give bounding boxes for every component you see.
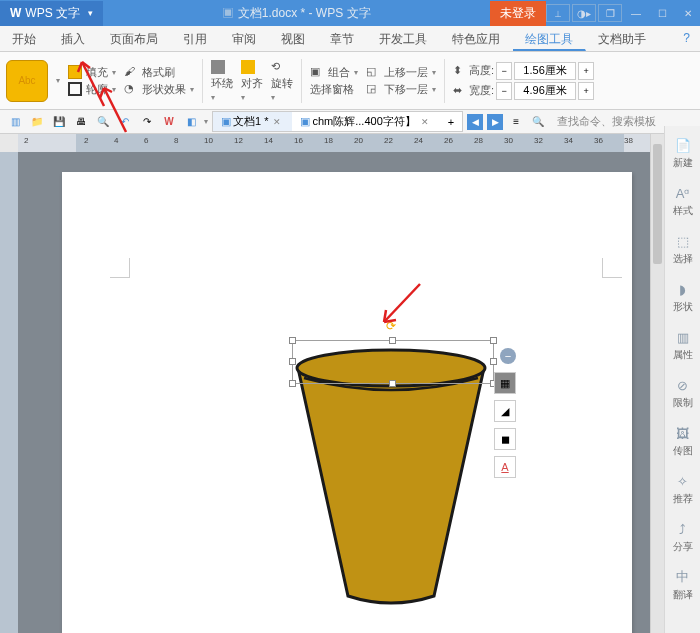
height-input[interactable] — [514, 62, 576, 80]
app-dropdown-icon[interactable]: ▾ — [88, 8, 93, 18]
sidebar-item-translate[interactable]: 中翻译 — [673, 564, 693, 606]
selection-handle[interactable] — [289, 337, 296, 344]
shape-style-more-icon[interactable]: ▾ — [56, 76, 60, 85]
shape-style-preview[interactable]: Abc — [6, 60, 48, 102]
scrollbar-thumb[interactable] — [653, 144, 662, 264]
search-icon[interactable]: 🔍 — [529, 113, 547, 131]
style-icon: Aᵅ — [674, 184, 692, 202]
open-icon[interactable]: 📁 — [28, 113, 46, 131]
collapse-icon[interactable]: − — [500, 348, 516, 364]
vertical-scrollbar[interactable] — [650, 134, 664, 633]
selection-handle[interactable] — [490, 337, 497, 344]
selection-handle[interactable] — [389, 337, 396, 344]
rotate-dropdown[interactable]: ⟲ — [271, 60, 293, 74]
fill-tool-icon[interactable]: ▦ — [494, 372, 516, 394]
tab-drawing-tools[interactable]: 绘图工具 — [513, 26, 586, 51]
new-icon[interactable]: ▥ — [6, 113, 24, 131]
list-icon[interactable]: ≡ — [507, 113, 525, 131]
format-painter-button[interactable]: 格式刷 — [142, 65, 175, 80]
help-icon[interactable]: ? — [673, 26, 700, 51]
nav-next-icon[interactable]: ▶ — [487, 114, 503, 130]
outline-dropdown[interactable]: 轮廓 — [86, 82, 108, 97]
ruler-toggle-icon[interactable]: ⟂ — [546, 4, 570, 22]
save-icon[interactable]: 💾 — [50, 113, 68, 131]
sidebar-item-upload[interactable]: 🖼传图 — [673, 420, 693, 462]
send-backward-dropdown[interactable]: 下移一层 — [384, 82, 428, 97]
document-page[interactable]: ⟳ − ▦ ◢ ◼ A — [62, 172, 632, 633]
sidebar-item-shape[interactable]: ◗形状 — [673, 276, 693, 318]
app-logo[interactable]: W WPS 文字 ▾ — [0, 1, 103, 26]
tab-doc-helper[interactable]: 文档助手 — [586, 26, 659, 51]
close-icon[interactable]: ✕ — [418, 117, 432, 127]
search-placeholder[interactable]: 查找命令、搜索模板 — [557, 114, 656, 129]
tab-chapter[interactable]: 章节 — [318, 26, 367, 51]
width-increment[interactable]: + — [578, 82, 594, 100]
width-decrement[interactable]: − — [496, 82, 512, 100]
chevron-down-icon[interactable]: ▾ — [112, 85, 116, 94]
height-decrement[interactable]: − — [496, 62, 512, 80]
selection-handle[interactable] — [389, 380, 396, 387]
sidebar-item-property[interactable]: ▥属性 — [673, 324, 693, 366]
bring-forward-dropdown[interactable]: 上移一层 — [384, 65, 428, 80]
print-icon[interactable]: 🖶 — [72, 113, 90, 131]
login-button[interactable]: 未登录 — [490, 1, 546, 26]
tab-insert[interactable]: 插入 — [49, 26, 98, 51]
selection-box[interactable]: ⟳ — [292, 340, 494, 384]
horizontal-ruler[interactable]: 22468101214161820222426283032343638 — [18, 134, 664, 152]
vertical-ruler[interactable] — [0, 152, 18, 633]
sidebar-item-restrict[interactable]: ⊘限制 — [673, 372, 693, 414]
recommend-icon: ✧ — [674, 472, 692, 490]
group-dropdown[interactable]: 组合 — [328, 65, 350, 80]
window-icon[interactable]: ❐ — [598, 4, 622, 22]
selection-handle[interactable] — [289, 358, 296, 365]
wrap-icon — [211, 60, 225, 74]
ribbon: Abc ▾ 填充 ▾ 轮廓 ▾ 🖌 格式刷 ◔ 形状效果 ▾ 环绕▾ — [0, 52, 700, 110]
close-icon[interactable]: ✕ — [270, 117, 284, 127]
wrap-dropdown[interactable] — [211, 60, 233, 74]
tab-view[interactable]: 视图 — [269, 26, 318, 51]
sidebar-item-select[interactable]: ⬚选择 — [673, 228, 693, 270]
share-icon: ⤴ — [674, 520, 692, 538]
chevron-down-icon[interactable]: ▾ — [190, 85, 194, 94]
tab-references[interactable]: 引用 — [171, 26, 220, 51]
sidebar-item-new[interactable]: 📄新建 — [673, 132, 693, 174]
align-dropdown[interactable] — [241, 60, 263, 74]
fill-dropdown[interactable]: 填充 — [86, 65, 108, 80]
tab-special[interactable]: 特色应用 — [440, 26, 513, 51]
doc-title: ▣ 文档1.docx * - WPS 文字 — [103, 5, 490, 22]
qat-more-icon[interactable]: ▾ — [204, 117, 208, 126]
tab-dev-tools[interactable]: 开发工具 — [367, 26, 440, 51]
tab-page-layout[interactable]: 页面布局 — [98, 26, 171, 51]
ruler-tick: 24 — [414, 136, 423, 145]
selection-pane-button[interactable]: 选择窗格 — [310, 82, 354, 97]
close-icon[interactable]: ✕ — [676, 4, 700, 22]
selection-handle[interactable] — [289, 380, 296, 387]
preview-icon[interactable]: 🔍 — [94, 113, 112, 131]
outline-tool-icon[interactable]: ◢ — [494, 400, 516, 422]
text-tool-icon[interactable]: A — [494, 456, 516, 478]
nav-prev-icon[interactable]: ◀ — [467, 114, 483, 130]
doc-tab-1[interactable]: ▣ 文档1 * ✕ — [213, 112, 292, 131]
undo-icon[interactable]: ↶ — [116, 113, 134, 131]
shadow-tool-icon[interactable]: ◼ — [494, 428, 516, 450]
skin-icon[interactable]: ◑▸ — [572, 4, 596, 22]
sidebar-item-recommend[interactable]: ✧推荐 — [673, 468, 693, 510]
doc-tab-2[interactable]: ▣ chm陈辉...400字符】 ✕ — [292, 112, 439, 131]
chevron-down-icon[interactable]: ▾ — [112, 68, 116, 77]
tab-review[interactable]: 审阅 — [220, 26, 269, 51]
rotate-handle-icon[interactable]: ⟳ — [386, 319, 396, 333]
cube-icon[interactable]: ◧ — [182, 113, 200, 131]
ruler-tick: 2 — [84, 136, 88, 145]
tab-home[interactable]: 开始 — [0, 26, 49, 51]
minimize-icon[interactable]: — — [624, 4, 648, 22]
sidebar-item-share[interactable]: ⤴分享 — [673, 516, 693, 558]
height-increment[interactable]: + — [578, 62, 594, 80]
width-input[interactable] — [514, 82, 576, 100]
new-tab-button[interactable]: + — [440, 112, 462, 131]
right-sidebar: 📄新建 Aᵅ样式 ⬚选择 ◗形状 ▥属性 ⊘限制 🖼传图 ✧推荐 ⤴分享 中翻译 — [664, 126, 700, 633]
maximize-icon[interactable]: ☐ — [650, 4, 674, 22]
wps-cloud-icon[interactable]: W — [160, 113, 178, 131]
redo-icon[interactable]: ↷ — [138, 113, 156, 131]
shape-effects-dropdown[interactable]: 形状效果 — [142, 82, 186, 97]
sidebar-item-style[interactable]: Aᵅ样式 — [673, 180, 693, 222]
